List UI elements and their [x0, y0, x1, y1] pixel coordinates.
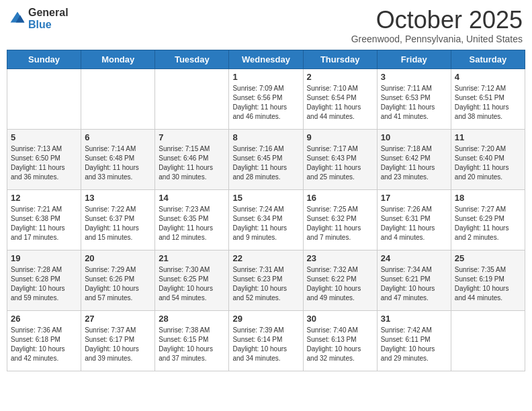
day-number: 1	[232, 72, 299, 82]
calendar-cell: 6Sunrise: 7:14 AM Sunset: 6:48 PM Daylig…	[81, 129, 155, 189]
calendar-cell: 1Sunrise: 7:09 AM Sunset: 6:56 PM Daylig…	[229, 68, 303, 129]
calendar-week-3: 12Sunrise: 7:21 AM Sunset: 6:38 PM Dayli…	[7, 189, 525, 250]
calendar-cell: 20Sunrise: 7:29 AM Sunset: 6:26 PM Dayli…	[81, 250, 155, 310]
day-number: 7	[159, 132, 225, 142]
day-number: 14	[159, 193, 225, 203]
calendar-week-2: 5Sunrise: 7:13 AM Sunset: 6:50 PM Daylig…	[7, 129, 525, 189]
day-info: Sunrise: 7:31 AM Sunset: 6:23 PM Dayligh…	[232, 265, 299, 303]
calendar-cell: 15Sunrise: 7:24 AM Sunset: 6:34 PM Dayli…	[229, 189, 303, 250]
logo-general-text: General	[28, 7, 69, 19]
day-info: Sunrise: 7:24 AM Sunset: 6:34 PM Dayligh…	[232, 205, 299, 242]
day-info: Sunrise: 7:09 AM Sunset: 6:56 PM Dayligh…	[232, 84, 299, 122]
day-info: Sunrise: 7:17 AM Sunset: 6:43 PM Dayligh…	[307, 144, 373, 182]
calendar-cell: 9Sunrise: 7:17 AM Sunset: 6:43 PM Daylig…	[303, 129, 377, 189]
calendar-cell: 30Sunrise: 7:40 AM Sunset: 6:13 PM Dayli…	[303, 310, 377, 371]
day-info: Sunrise: 7:42 AM Sunset: 6:11 PM Dayligh…	[381, 326, 447, 363]
day-number: 10	[381, 132, 447, 142]
calendar-week-1: 1Sunrise: 7:09 AM Sunset: 6:56 PM Daylig…	[7, 68, 525, 129]
day-number: 31	[381, 314, 447, 324]
month-title: October 2025	[351, 7, 523, 34]
location-subtitle: Greenwood, Pennsylvania, United States	[351, 34, 523, 44]
day-number: 29	[232, 314, 299, 324]
day-info: Sunrise: 7:34 AM Sunset: 6:21 PM Dayligh…	[381, 265, 447, 303]
day-number: 5	[11, 132, 77, 142]
calendar-cell: 23Sunrise: 7:32 AM Sunset: 6:22 PM Dayli…	[303, 250, 377, 310]
logo-blue-text: Blue	[28, 19, 69, 31]
calendar-cell: 14Sunrise: 7:23 AM Sunset: 6:35 PM Dayli…	[155, 189, 229, 250]
day-info: Sunrise: 7:22 AM Sunset: 6:37 PM Dayligh…	[85, 205, 151, 242]
logo-icon	[9, 11, 26, 27]
calendar-cell: 19Sunrise: 7:28 AM Sunset: 6:28 PM Dayli…	[7, 250, 81, 310]
day-info: Sunrise: 7:13 AM Sunset: 6:50 PM Dayligh…	[11, 144, 77, 182]
calendar-body: 1Sunrise: 7:09 AM Sunset: 6:56 PM Daylig…	[7, 68, 525, 371]
day-info: Sunrise: 7:11 AM Sunset: 6:53 PM Dayligh…	[381, 84, 447, 122]
day-info: Sunrise: 7:25 AM Sunset: 6:32 PM Dayligh…	[307, 205, 373, 242]
day-number: 18	[455, 193, 521, 203]
calendar-cell: 29Sunrise: 7:39 AM Sunset: 6:14 PM Dayli…	[229, 310, 303, 371]
day-number: 4	[455, 72, 521, 82]
day-number: 6	[85, 132, 151, 142]
calendar-cell: 21Sunrise: 7:30 AM Sunset: 6:25 PM Dayli…	[155, 250, 229, 310]
day-info: Sunrise: 7:28 AM Sunset: 6:28 PM Dayligh…	[11, 265, 77, 303]
calendar-cell: 16Sunrise: 7:25 AM Sunset: 6:32 PM Dayli…	[303, 189, 377, 250]
day-info: Sunrise: 7:39 AM Sunset: 6:14 PM Dayligh…	[232, 326, 299, 363]
day-number: 23	[307, 253, 373, 263]
calendar-cell: 24Sunrise: 7:34 AM Sunset: 6:21 PM Dayli…	[377, 250, 451, 310]
calendar-cell: 22Sunrise: 7:31 AM Sunset: 6:23 PM Dayli…	[229, 250, 303, 310]
calendar-cell: 28Sunrise: 7:38 AM Sunset: 6:15 PM Dayli…	[155, 310, 229, 371]
day-header-thursday: Thursday	[303, 50, 377, 68]
day-number: 3	[381, 72, 447, 82]
day-number: 20	[85, 253, 151, 263]
calendar-cell: 4Sunrise: 7:12 AM Sunset: 6:51 PM Daylig…	[451, 68, 525, 129]
calendar-cell	[7, 68, 81, 129]
calendar-cell: 11Sunrise: 7:20 AM Sunset: 6:40 PM Dayli…	[451, 129, 525, 189]
day-number: 15	[232, 193, 299, 203]
calendar-cell: 18Sunrise: 7:27 AM Sunset: 6:29 PM Dayli…	[451, 189, 525, 250]
calendar-cell: 7Sunrise: 7:15 AM Sunset: 6:46 PM Daylig…	[155, 129, 229, 189]
day-number: 17	[381, 193, 447, 203]
calendar-cell: 3Sunrise: 7:11 AM Sunset: 6:53 PM Daylig…	[377, 68, 451, 129]
day-number: 16	[307, 193, 373, 203]
day-number: 25	[455, 253, 521, 263]
day-number: 2	[307, 72, 373, 82]
day-info: Sunrise: 7:36 AM Sunset: 6:18 PM Dayligh…	[11, 326, 77, 363]
day-number: 11	[455, 132, 521, 142]
day-info: Sunrise: 7:18 AM Sunset: 6:42 PM Dayligh…	[381, 144, 447, 182]
day-number: 12	[11, 193, 77, 203]
day-info: Sunrise: 7:20 AM Sunset: 6:40 PM Dayligh…	[455, 144, 521, 182]
day-info: Sunrise: 7:37 AM Sunset: 6:17 PM Dayligh…	[85, 326, 151, 363]
days-of-week-row: SundayMondayTuesdayWednesdayThursdayFrid…	[7, 50, 525, 68]
calendar-week-4: 19Sunrise: 7:28 AM Sunset: 6:28 PM Dayli…	[7, 250, 525, 310]
day-header-wednesday: Wednesday	[229, 50, 303, 68]
day-info: Sunrise: 7:40 AM Sunset: 6:13 PM Dayligh…	[307, 326, 373, 363]
day-info: Sunrise: 7:29 AM Sunset: 6:26 PM Dayligh…	[85, 265, 151, 303]
day-header-monday: Monday	[81, 50, 155, 68]
day-info: Sunrise: 7:10 AM Sunset: 6:54 PM Dayligh…	[307, 84, 373, 122]
calendar-cell: 31Sunrise: 7:42 AM Sunset: 6:11 PM Dayli…	[377, 310, 451, 371]
day-header-sunday: Sunday	[7, 50, 81, 68]
calendar-cell	[81, 68, 155, 129]
day-info: Sunrise: 7:23 AM Sunset: 6:35 PM Dayligh…	[159, 205, 225, 242]
calendar-week-5: 26Sunrise: 7:36 AM Sunset: 6:18 PM Dayli…	[7, 310, 525, 371]
day-header-tuesday: Tuesday	[155, 50, 229, 68]
day-number: 27	[85, 314, 151, 324]
day-number: 19	[11, 253, 77, 263]
day-info: Sunrise: 7:30 AM Sunset: 6:25 PM Dayligh…	[159, 265, 225, 303]
day-number: 28	[159, 314, 225, 324]
calendar-cell	[451, 310, 525, 371]
page-header: General Blue October 2025 Greenwood, Pen…	[7, 7, 525, 44]
calendar-cell: 8Sunrise: 7:16 AM Sunset: 6:45 PM Daylig…	[229, 129, 303, 189]
calendar-table: SundayMondayTuesdayWednesdayThursdayFrid…	[7, 50, 525, 371]
day-info: Sunrise: 7:12 AM Sunset: 6:51 PM Dayligh…	[455, 84, 521, 122]
logo-text: General Blue	[28, 7, 69, 30]
calendar-cell	[155, 68, 229, 129]
day-number: 8	[232, 132, 299, 142]
day-info: Sunrise: 7:26 AM Sunset: 6:31 PM Dayligh…	[381, 205, 447, 242]
calendar-cell: 2Sunrise: 7:10 AM Sunset: 6:54 PM Daylig…	[303, 68, 377, 129]
day-info: Sunrise: 7:27 AM Sunset: 6:29 PM Dayligh…	[455, 205, 521, 242]
day-info: Sunrise: 7:15 AM Sunset: 6:46 PM Dayligh…	[159, 144, 225, 182]
calendar-cell: 5Sunrise: 7:13 AM Sunset: 6:50 PM Daylig…	[7, 129, 81, 189]
day-number: 24	[381, 253, 447, 263]
calendar-cell: 13Sunrise: 7:22 AM Sunset: 6:37 PM Dayli…	[81, 189, 155, 250]
calendar-cell: 12Sunrise: 7:21 AM Sunset: 6:38 PM Dayli…	[7, 189, 81, 250]
